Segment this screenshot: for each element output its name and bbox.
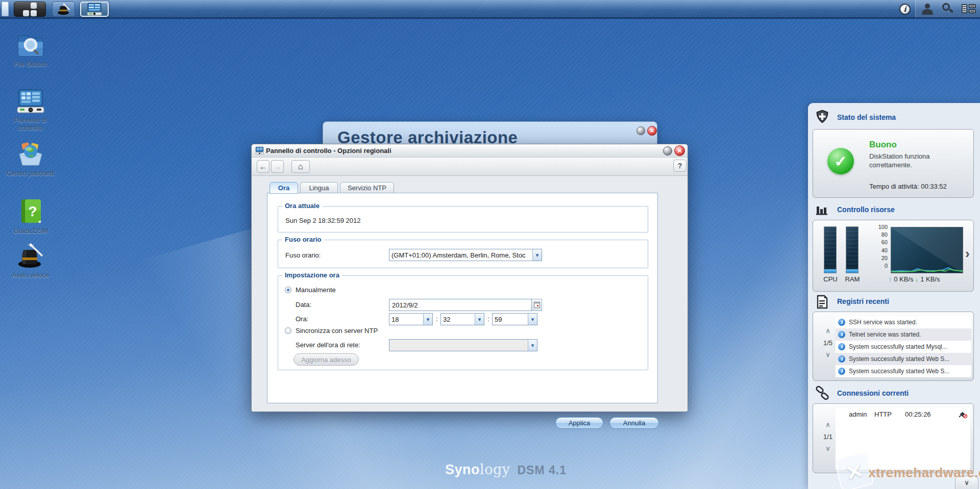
tab-lingua[interactable]: Lingua — [300, 182, 338, 193]
time-setting-fieldset: Impostazione ora Manualmente Data: 2012/… — [278, 275, 648, 370]
close-icon[interactable]: ✕ — [647, 126, 657, 136]
dsm-desktop: i File Station — [0, 0, 980, 489]
apply-button[interactable]: Applica — [555, 417, 603, 429]
desktop-icon-label: Guida DSM — [4, 227, 57, 235]
info-icon[interactable]: i — [899, 4, 911, 15]
ntp-radio[interactable] — [285, 327, 291, 334]
pager-page: 1/5 — [820, 339, 836, 347]
dialog-titlebar[interactable]: Pannello di controllo - Opzioni regional… — [252, 144, 688, 158]
current-time-fieldset: Ora attuale Sun Sep 2 18:32:59 2012 — [278, 206, 648, 233]
info-icon: i — [838, 343, 845, 350]
user-icon — [839, 411, 846, 419]
quick-launch-button[interactable] — [52, 2, 75, 17]
desktop-icon-dsm-help[interactable]: ? Guida DSM — [4, 198, 57, 235]
hour-select[interactable]: 18 ▾ — [389, 313, 433, 325]
minimize-button[interactable] — [636, 126, 645, 135]
forward-button[interactable]: → — [271, 160, 284, 173]
control-panel-window-icon — [255, 146, 264, 155]
desktop-icon-file-station[interactable]: File Station — [4, 33, 57, 68]
widgets-icon[interactable] — [962, 4, 977, 14]
svg-text:?: ? — [28, 203, 37, 219]
log-list: iSSH service was started. iTelnet servic… — [836, 316, 971, 377]
file-station-icon — [16, 33, 45, 58]
timezone-select[interactable]: (GMT+01:00) Amsterdam, Berlin, Rome, Sto… — [389, 249, 542, 261]
home-button[interactable]: ⌂ — [291, 160, 310, 173]
active-task-control-panel[interactable] — [80, 2, 109, 17]
log-row: iSystem successfully started Web S... — [836, 365, 971, 377]
taskbar: i — [0, 0, 980, 19]
recent-logs-card: ∧ 1/5 ∨ iSSH service was started. iTelne… — [813, 312, 974, 381]
disconnect-icon[interactable] — [959, 411, 967, 418]
info-icon: i — [838, 331, 845, 338]
minimize-button[interactable] — [663, 146, 672, 156]
xtremehardware-watermark: xtremehardware.com — [868, 465, 980, 481]
ntp-label: Sincronizza con server NTP — [296, 327, 378, 334]
manual-radio[interactable] — [285, 287, 291, 293]
network-rates: ↑ 0 KB/s ↓ 1 KB/s — [889, 275, 940, 283]
info-icon: i — [838, 355, 845, 363]
widget-panel: Stato del sistema ✓ Buono DiskStation fu… — [808, 103, 980, 489]
ram-label: RAM — [841, 275, 864, 283]
pager-up-chevron[interactable]: ∧ — [820, 327, 836, 334]
tab-panel: Ora attuale Sun Sep 2 18:32:59 2012 Fuso… — [267, 193, 658, 403]
calendar-picker-button[interactable] — [532, 299, 542, 311]
fieldset-legend: Impostazione ora — [282, 271, 342, 279]
cancel-button[interactable]: Annulla — [609, 417, 659, 429]
fieldset-legend: Ora attuale — [282, 202, 322, 210]
user-icon[interactable] — [922, 3, 933, 15]
timezone-fieldset: Fuso orario Fuso orario: (GMT+01:00) Ams… — [278, 240, 648, 268]
quick-start-icon — [16, 243, 45, 269]
fieldset-legend: Fuso orario — [282, 236, 324, 243]
magic-hat-icon — [57, 3, 70, 15]
desktop-icon-label: Avvio veloce — [4, 271, 57, 279]
system-status-card: ✓ Buono DiskStation funziona correttamen… — [813, 129, 974, 198]
update-now-button: Aggiorna adesso — [293, 353, 359, 366]
desktop-icon-label: Centro pacchetti — [4, 169, 57, 177]
pager-up-chevron[interactable]: ∧ — [820, 421, 836, 428]
cpu-meter — [824, 226, 837, 273]
uptime-text: Tempo di attività: 00:33:52 — [869, 183, 947, 190]
network-graph — [891, 227, 963, 273]
desktop-icon-quick-start[interactable]: Avvio veloce — [4, 243, 57, 279]
upload-arrow-icon: ↑ — [889, 275, 892, 283]
status-ok-icon: ✓ — [827, 148, 854, 174]
download-rate: 1 KB/s — [920, 275, 940, 283]
chevron-down-icon: ▾ — [475, 314, 484, 325]
date-label: Data: — [296, 301, 311, 308]
desktop-icon-control-panel[interactable]: Pannello di controllo — [4, 89, 57, 132]
log-row: iSystem successfully started Web S... — [836, 353, 971, 365]
main-menu-button[interactable] — [14, 2, 46, 17]
second-select[interactable]: 59 ▾ — [492, 313, 537, 325]
chevron-down-icon: ▾ — [532, 249, 542, 261]
regional-options-dialog: Pannello di controllo - Opzioni regional… — [251, 144, 688, 412]
control-panel-icon — [16, 89, 45, 114]
recent-logs-title: Registri recenti — [837, 297, 889, 305]
shield-icon — [816, 110, 829, 124]
desktop-icon-package-center[interactable]: Centro pacchetti — [4, 141, 57, 177]
back-button[interactable]: ← — [257, 160, 270, 173]
log-row: iSSH service was started. — [836, 316, 971, 328]
control-panel-window-icon — [87, 3, 102, 16]
pager-down-chevron[interactable]: ∨ — [820, 445, 836, 452]
connection-time: 00:25:26 — [905, 408, 931, 421]
date-input[interactable]: 2012/9/2 — [389, 299, 532, 311]
dsm-help-icon: ? — [18, 198, 43, 225]
dialog-toolbar: ← → ⌂ ? — [252, 158, 688, 176]
pager-down-chevron[interactable]: ∨ — [820, 351, 836, 358]
search-icon[interactable] — [942, 3, 954, 15]
calendar-icon — [534, 302, 540, 308]
resource-monitor-card: CPU RAM 100 80 60 40 20 0 ↑ 0 KB/s ↓ 1 — [813, 220, 974, 292]
chain-link-icon — [815, 386, 830, 401]
resource-more-chevron[interactable]: › — [965, 247, 970, 260]
log-row: iTelnet service was started. — [836, 328, 971, 341]
tab-ora[interactable]: Ora — [270, 182, 298, 194]
download-arrow-icon: ↓ — [915, 275, 919, 283]
bar-chart-icon — [816, 204, 829, 216]
connection-user: admin — [849, 408, 867, 421]
show-desktop-button[interactable] — [2, 2, 9, 16]
help-button[interactable]: ? — [673, 160, 687, 172]
manual-label: Manualmente — [296, 286, 336, 294]
minute-select[interactable]: 32 ▾ — [440, 313, 484, 325]
tab-servizio-ntp[interactable]: Servizio NTP — [340, 182, 394, 193]
close-icon[interactable]: ✕ — [674, 145, 685, 156]
